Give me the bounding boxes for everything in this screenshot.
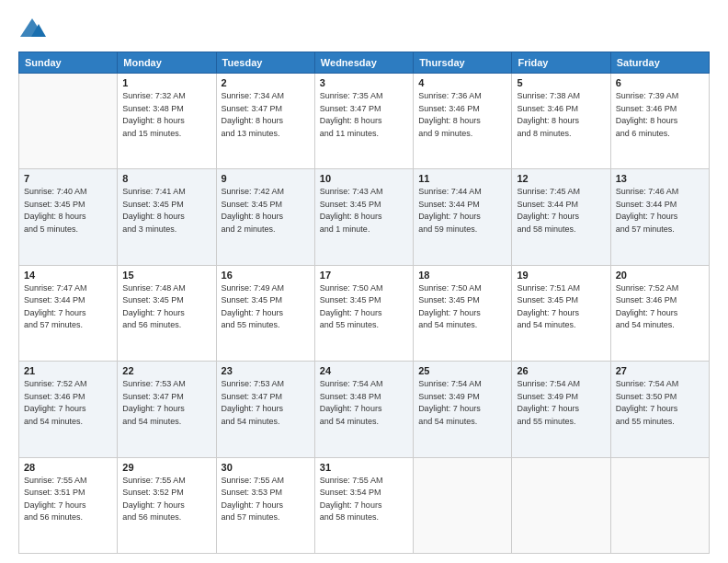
day-info: Sunrise: 7:36 AM Sunset: 3:46 PM Dayligh… xyxy=(418,90,506,140)
day-info: Sunrise: 7:38 AM Sunset: 3:46 PM Dayligh… xyxy=(517,90,605,140)
day-number: 6 xyxy=(616,77,704,88)
calendar-cell: 1Sunrise: 7:32 AM Sunset: 3:48 PM Daylig… xyxy=(118,74,216,169)
day-number: 8 xyxy=(122,173,210,184)
day-number: 26 xyxy=(517,365,605,376)
weekday-header: Friday xyxy=(512,52,610,74)
day-info: Sunrise: 7:52 AM Sunset: 3:46 PM Dayligh… xyxy=(24,378,112,428)
day-info: Sunrise: 7:47 AM Sunset: 3:44 PM Dayligh… xyxy=(24,282,112,332)
day-info: Sunrise: 7:55 AM Sunset: 3:54 PM Dayligh… xyxy=(320,475,408,524)
day-info: Sunrise: 7:53 AM Sunset: 3:47 PM Dayligh… xyxy=(122,378,210,428)
calendar-cell: 10Sunrise: 7:43 AM Sunset: 3:45 PM Dayli… xyxy=(314,169,413,265)
day-number: 11 xyxy=(418,173,506,184)
day-info: Sunrise: 7:35 AM Sunset: 3:47 PM Dayligh… xyxy=(320,90,408,140)
day-info: Sunrise: 7:55 AM Sunset: 3:51 PM Dayligh… xyxy=(24,475,112,524)
day-info: Sunrise: 7:50 AM Sunset: 3:45 PM Dayligh… xyxy=(418,282,506,332)
calendar-cell: 11Sunrise: 7:44 AM Sunset: 3:44 PM Dayli… xyxy=(414,169,512,265)
calendar-cell: 6Sunrise: 7:39 AM Sunset: 3:46 PM Daylig… xyxy=(610,74,709,169)
calendar-cell: 20Sunrise: 7:52 AM Sunset: 3:46 PM Dayli… xyxy=(610,265,709,361)
weekday-header: Saturday xyxy=(610,52,709,74)
day-number: 7 xyxy=(24,173,112,184)
calendar-cell xyxy=(19,74,118,169)
calendar-week-row: 21Sunrise: 7:52 AM Sunset: 3:46 PM Dayli… xyxy=(19,362,710,457)
header xyxy=(18,17,710,44)
calendar-week-row: 1Sunrise: 7:32 AM Sunset: 3:48 PM Daylig… xyxy=(19,74,710,169)
day-number: 30 xyxy=(222,462,310,473)
day-number: 4 xyxy=(418,77,506,88)
calendar-cell: 4Sunrise: 7:36 AM Sunset: 3:46 PM Daylig… xyxy=(414,74,512,169)
calendar-cell: 18Sunrise: 7:50 AM Sunset: 3:45 PM Dayli… xyxy=(414,265,512,361)
page: SundayMondayTuesdayWednesdayThursdayFrid… xyxy=(0,0,728,563)
day-info: Sunrise: 7:39 AM Sunset: 3:46 PM Dayligh… xyxy=(616,90,704,140)
day-number: 20 xyxy=(616,270,704,281)
calendar-cell: 16Sunrise: 7:49 AM Sunset: 3:45 PM Dayli… xyxy=(216,265,314,361)
day-info: Sunrise: 7:50 AM Sunset: 3:45 PM Dayligh… xyxy=(320,282,408,332)
day-number: 2 xyxy=(222,77,310,88)
calendar-cell: 8Sunrise: 7:41 AM Sunset: 3:45 PM Daylig… xyxy=(118,169,216,265)
day-info: Sunrise: 7:43 AM Sunset: 3:45 PM Dayligh… xyxy=(320,186,408,236)
calendar-cell: 17Sunrise: 7:50 AM Sunset: 3:45 PM Dayli… xyxy=(314,265,413,361)
calendar-cell: 22Sunrise: 7:53 AM Sunset: 3:47 PM Dayli… xyxy=(118,362,216,457)
calendar-cell: 19Sunrise: 7:51 AM Sunset: 3:45 PM Dayli… xyxy=(512,265,610,361)
calendar-cell: 5Sunrise: 7:38 AM Sunset: 3:46 PM Daylig… xyxy=(512,74,610,169)
day-number: 29 xyxy=(122,462,210,473)
calendar-cell: 24Sunrise: 7:54 AM Sunset: 3:48 PM Dayli… xyxy=(314,362,413,457)
day-number: 27 xyxy=(616,365,704,376)
day-number: 1 xyxy=(122,77,210,88)
day-info: Sunrise: 7:40 AM Sunset: 3:45 PM Dayligh… xyxy=(24,186,112,236)
day-info: Sunrise: 7:55 AM Sunset: 3:52 PM Dayligh… xyxy=(122,475,210,524)
calendar-cell: 28Sunrise: 7:55 AM Sunset: 3:51 PM Dayli… xyxy=(19,457,118,553)
day-number: 5 xyxy=(517,77,605,88)
day-number: 9 xyxy=(222,173,310,184)
calendar-week-row: 14Sunrise: 7:47 AM Sunset: 3:44 PM Dayli… xyxy=(19,265,710,361)
calendar-week-row: 7Sunrise: 7:40 AM Sunset: 3:45 PM Daylig… xyxy=(19,169,710,265)
day-number: 24 xyxy=(320,365,408,376)
day-number: 16 xyxy=(222,270,310,281)
calendar-cell xyxy=(414,457,512,553)
logo xyxy=(18,17,50,44)
day-number: 21 xyxy=(24,365,112,376)
calendar-week-row: 28Sunrise: 7:55 AM Sunset: 3:51 PM Dayli… xyxy=(19,457,710,553)
calendar-header-row: SundayMondayTuesdayWednesdayThursdayFrid… xyxy=(19,52,710,74)
day-number: 13 xyxy=(616,173,704,184)
day-number: 23 xyxy=(222,365,310,376)
day-number: 10 xyxy=(320,173,408,184)
calendar-cell: 29Sunrise: 7:55 AM Sunset: 3:52 PM Dayli… xyxy=(118,457,216,553)
day-info: Sunrise: 7:45 AM Sunset: 3:44 PM Dayligh… xyxy=(517,186,605,236)
day-number: 14 xyxy=(24,270,112,281)
calendar-cell: 15Sunrise: 7:48 AM Sunset: 3:45 PM Dayli… xyxy=(118,265,216,361)
calendar-cell: 9Sunrise: 7:42 AM Sunset: 3:45 PM Daylig… xyxy=(216,169,314,265)
day-info: Sunrise: 7:44 AM Sunset: 3:44 PM Dayligh… xyxy=(418,186,506,236)
day-number: 19 xyxy=(517,270,605,281)
calendar-cell: 3Sunrise: 7:35 AM Sunset: 3:47 PM Daylig… xyxy=(314,74,413,169)
calendar-cell: 26Sunrise: 7:54 AM Sunset: 3:49 PM Dayli… xyxy=(512,362,610,457)
calendar-cell: 2Sunrise: 7:34 AM Sunset: 3:47 PM Daylig… xyxy=(216,74,314,169)
day-number: 15 xyxy=(122,270,210,281)
day-info: Sunrise: 7:54 AM Sunset: 3:49 PM Dayligh… xyxy=(418,378,506,428)
calendar-cell: 12Sunrise: 7:45 AM Sunset: 3:44 PM Dayli… xyxy=(512,169,610,265)
calendar-cell: 21Sunrise: 7:52 AM Sunset: 3:46 PM Dayli… xyxy=(19,362,118,457)
day-number: 17 xyxy=(320,270,408,281)
weekday-header: Sunday xyxy=(19,52,118,74)
day-number: 28 xyxy=(24,462,112,473)
calendar-cell: 13Sunrise: 7:46 AM Sunset: 3:44 PM Dayli… xyxy=(610,169,709,265)
day-info: Sunrise: 7:54 AM Sunset: 3:49 PM Dayligh… xyxy=(517,378,605,428)
day-number: 25 xyxy=(418,365,506,376)
weekday-header: Wednesday xyxy=(314,52,413,74)
calendar-cell: 25Sunrise: 7:54 AM Sunset: 3:49 PM Dayli… xyxy=(414,362,512,457)
day-info: Sunrise: 7:53 AM Sunset: 3:47 PM Dayligh… xyxy=(222,378,310,428)
day-info: Sunrise: 7:46 AM Sunset: 3:44 PM Dayligh… xyxy=(616,186,704,236)
calendar-cell: 7Sunrise: 7:40 AM Sunset: 3:45 PM Daylig… xyxy=(19,169,118,265)
calendar-cell xyxy=(512,457,610,553)
day-number: 18 xyxy=(418,270,506,281)
day-info: Sunrise: 7:41 AM Sunset: 3:45 PM Dayligh… xyxy=(122,186,210,236)
day-info: Sunrise: 7:52 AM Sunset: 3:46 PM Dayligh… xyxy=(616,282,704,332)
calendar-table: SundayMondayTuesdayWednesdayThursdayFrid… xyxy=(18,52,710,554)
calendar-cell: 14Sunrise: 7:47 AM Sunset: 3:44 PM Dayli… xyxy=(19,265,118,361)
day-info: Sunrise: 7:54 AM Sunset: 3:48 PM Dayligh… xyxy=(320,378,408,428)
day-number: 3 xyxy=(320,77,408,88)
weekday-header: Thursday xyxy=(414,52,512,74)
day-number: 31 xyxy=(320,462,408,473)
calendar-cell: 23Sunrise: 7:53 AM Sunset: 3:47 PM Dayli… xyxy=(216,362,314,457)
day-info: Sunrise: 7:48 AM Sunset: 3:45 PM Dayligh… xyxy=(122,282,210,332)
calendar-cell: 30Sunrise: 7:55 AM Sunset: 3:53 PM Dayli… xyxy=(216,457,314,553)
